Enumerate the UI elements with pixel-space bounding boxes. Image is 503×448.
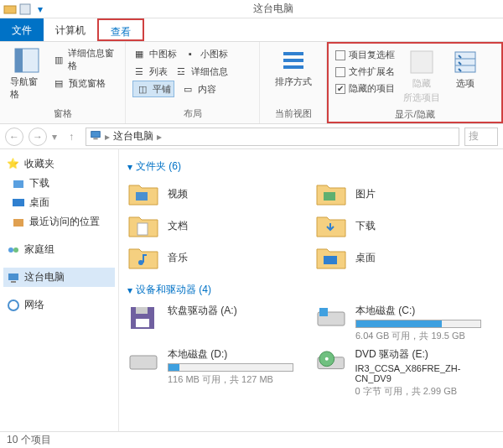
- svg-point-16: [8, 247, 13, 253]
- homegroup-icon: [7, 243, 20, 257]
- svg-point-17: [13, 247, 18, 253]
- small-icons-icon: ▪: [184, 47, 197, 60]
- ribbon-group-layout: ▦中图标 ▪小图标 ☰列表 ☲详细信息 ◫平铺 ▭内容 布局: [126, 42, 260, 123]
- pc-icon: [90, 129, 101, 143]
- sidebar-item-recent[interactable]: 最近访问的位置: [3, 212, 115, 232]
- recent-icon: [12, 216, 25, 229]
- up-button[interactable]: ↑: [62, 128, 80, 146]
- window-title: 这台电脑: [47, 2, 500, 16]
- group-label-layout: 布局: [132, 105, 252, 120]
- sidebar-item-favorites[interactable]: ⭐收藏夹: [3, 154, 115, 174]
- group-label-currentview: 当前视图: [267, 105, 319, 120]
- svg-rect-23: [137, 223, 148, 235]
- tab-computer[interactable]: 计算机: [44, 18, 97, 41]
- devices-header[interactable]: ▾设备和驱动器 (4): [127, 283, 495, 297]
- folder-documents[interactable]: 文档: [127, 212, 307, 239]
- chevron-right-icon[interactable]: ▸: [157, 131, 162, 143]
- svg-rect-4: [283, 52, 303, 55]
- ribbon-tabs: 文件 计算机 查看: [0, 18, 503, 42]
- dropdown-icon[interactable]: ▾: [34, 3, 47, 16]
- folder-desktop[interactable]: 桌面: [315, 244, 495, 271]
- layout-content-button[interactable]: ▭内容: [181, 81, 216, 97]
- folder-icon: [127, 212, 159, 239]
- sort-icon: [280, 47, 307, 74]
- tiles-icon: ◫: [136, 82, 149, 96]
- medium-icons-icon: ▦: [132, 47, 146, 60]
- svg-rect-27: [136, 307, 148, 314]
- sidebar-item-network[interactable]: 网络: [3, 295, 115, 315]
- quick-access-toolbar: ▾: [3, 3, 47, 16]
- folder-music[interactable]: 音乐: [127, 244, 307, 271]
- layout-list-button[interactable]: ☰列表: [132, 63, 168, 80]
- svg-rect-11: [91, 132, 101, 138]
- folders-header[interactable]: ▾文件夹 (6): [127, 159, 495, 174]
- sidebar-item-desktop[interactable]: 桌面: [3, 193, 115, 212]
- folder-pictures[interactable]: 图片: [315, 180, 495, 207]
- breadcrumb[interactable]: ▸ 这台电脑 ▸: [86, 128, 459, 146]
- drive-c[interactable]: 本地磁盘 (C:) 6.04 GB 可用，共 19.5 GB: [315, 304, 495, 342]
- sidebar: ⭐收藏夹 下载 桌面 最近访问的位置 家庭组 这台电脑 网络: [0, 149, 119, 431]
- svg-rect-15: [13, 219, 23, 227]
- disk-icon: [315, 304, 347, 331]
- content-icon: ▭: [181, 82, 194, 96]
- folder-icon[interactable]: [3, 3, 17, 16]
- svg-rect-13: [13, 180, 23, 188]
- svg-rect-0: [4, 6, 16, 13]
- options-icon: [452, 49, 479, 76]
- layout-details-button[interactable]: ☲详细信息: [174, 63, 228, 80]
- svg-rect-31: [130, 356, 157, 369]
- folder-icon: [315, 212, 347, 239]
- folder-downloads[interactable]: 下载: [315, 212, 495, 239]
- status-item-count: 10 个项目: [7, 433, 51, 447]
- recent-dropdown-icon[interactable]: ▾: [52, 131, 57, 143]
- chevron-down-icon: ▾: [127, 284, 132, 296]
- layout-medium-button[interactable]: ▦中图标: [132, 45, 177, 62]
- drive-a[interactable]: 软盘驱动器 (A:): [127, 304, 307, 342]
- nav-pane-button[interactable]: 导航窗格: [7, 45, 47, 102]
- sidebar-item-thispc[interactable]: 这台电脑: [3, 268, 115, 287]
- forward-button[interactable]: →: [29, 128, 47, 146]
- layout-tiles-button[interactable]: ◫平铺: [132, 81, 174, 97]
- svg-point-34: [325, 357, 329, 361]
- svg-rect-30: [319, 308, 328, 316]
- layout-small-button[interactable]: ▪小图标: [184, 45, 228, 62]
- details-icon: ☲: [174, 65, 188, 78]
- checkbox-icon: [335, 50, 345, 60]
- detail-pane-icon: ▥: [52, 53, 65, 66]
- sidebar-item-downloads[interactable]: 下载: [3, 174, 115, 193]
- content-area: ▾文件夹 (6) 视频 图片 文档 下载 音乐 桌面 ▾设备和驱动器 (4) 软…: [119, 149, 503, 431]
- network-icon: [7, 299, 20, 312]
- tab-view[interactable]: 查看: [97, 18, 144, 41]
- hide-selected-button[interactable]: 隐藏 所选项目: [400, 47, 443, 106]
- search-input[interactable]: 搜: [464, 128, 498, 146]
- folder-videos[interactable]: 视频: [127, 180, 307, 207]
- checkbox-file-ext[interactable]: 文件扩展名: [335, 64, 395, 80]
- drives-grid: 软盘驱动器 (A:) 本地磁盘 (C:) 6.04 GB 可用，共 19.5 G…: [127, 304, 495, 398]
- title-bar: ▾ 这台电脑: [0, 0, 503, 18]
- svg-rect-6: [283, 65, 303, 69]
- detail-pane-button[interactable]: ▥详细信息窗格: [52, 45, 118, 74]
- checkbox-hidden-items[interactable]: ✔隐藏的项目: [335, 81, 395, 96]
- svg-rect-3: [15, 49, 23, 72]
- properties-icon[interactable]: [18, 3, 32, 16]
- drive-e[interactable]: DVD 驱动器 (E:) IR3_CCSA_X86FRE_ZH-CN_DV9 0…: [315, 347, 495, 398]
- chevron-down-icon: ▾: [127, 161, 132, 173]
- download-icon: [12, 177, 25, 190]
- folders-grid: 视频 图片 文档 下载 音乐 桌面: [127, 180, 495, 271]
- chevron-right-icon[interactable]: ▸: [105, 131, 110, 143]
- back-button[interactable]: ←: [5, 128, 23, 146]
- svg-rect-25: [324, 256, 337, 264]
- breadcrumb-item[interactable]: 这台电脑: [113, 129, 153, 143]
- drive-d[interactable]: 本地磁盘 (D:) 116 MB 可用，共 127 MB: [127, 347, 307, 398]
- svg-rect-12: [93, 138, 97, 140]
- options-button[interactable]: 选项: [449, 47, 482, 91]
- dvd-icon: [315, 347, 346, 374]
- main-area: ⭐收藏夹 下载 桌面 最近访问的位置 家庭组 这台电脑 网络 ▾文件夹 (6) …: [0, 149, 503, 431]
- sort-button[interactable]: 排序方式: [272, 45, 315, 90]
- sidebar-item-homegroup[interactable]: 家庭组: [3, 240, 115, 259]
- preview-pane-button[interactable]: ▤预览窗格: [52, 75, 118, 91]
- checkbox-item-boxes[interactable]: 项目复选框: [335, 47, 395, 63]
- folder-icon: [315, 180, 347, 207]
- tab-file[interactable]: 文件: [0, 18, 44, 41]
- svg-rect-1: [20, 4, 30, 14]
